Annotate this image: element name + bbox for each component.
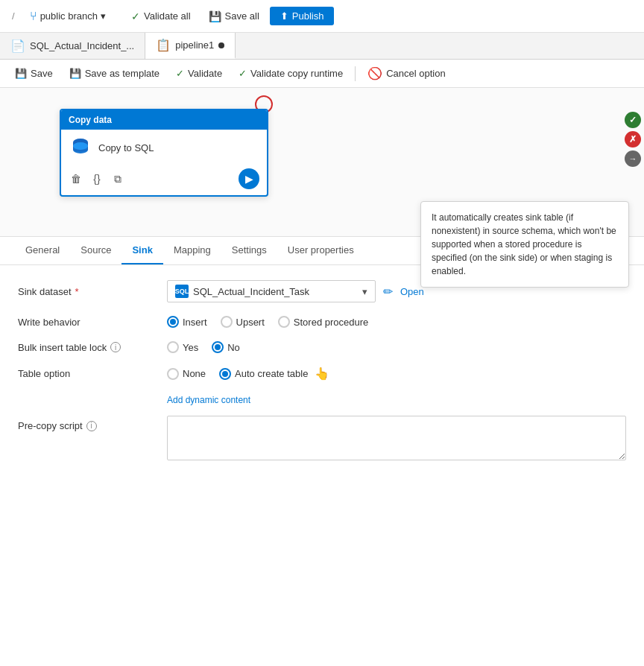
- pre-copy-script-row: Pre-copy script i: [18, 416, 626, 460]
- validate-copy-label: Validate copy runtime: [250, 68, 343, 79]
- write-behavior-control: Insert Upsert Stored procedure: [167, 316, 626, 328]
- table-option-control: None Auto create table 👆: [167, 367, 626, 381]
- validate-label: Validate: [188, 68, 222, 79]
- bulk-insert-no[interactable]: No: [212, 341, 240, 353]
- table-option-none[interactable]: None: [167, 368, 206, 380]
- cursor-indicator: 👆: [315, 367, 329, 381]
- activity-card[interactable]: Copy data Copy to SQL 🗑 {} ⧉ ▶: [60, 109, 268, 197]
- branch-icon: ⑂: [30, 10, 37, 23]
- save-template-icon: 💾: [69, 68, 81, 79]
- publish-button[interactable]: ⬆ Publish: [270, 7, 335, 25]
- activity-action-icons: 🗑 {} ⧉: [69, 171, 125, 186]
- branch-name: public branch: [40, 10, 98, 22]
- validate-button[interactable]: ✓ Validate: [168, 65, 230, 82]
- pipeline-tab-label: pipeline1: [175, 39, 214, 51]
- tab-settings[interactable]: Settings: [221, 237, 277, 264]
- pre-copy-info-icon[interactable]: i: [86, 421, 97, 431]
- arrow-indicator: →: [625, 150, 641, 167]
- save-label: Save: [31, 68, 53, 79]
- write-behavior-radio-group: Insert Upsert Stored procedure: [167, 316, 368, 328]
- sink-dataset-value: SQL_Actual_Incident_Task: [193, 286, 309, 297]
- cancel-label: Cancel option: [386, 68, 446, 79]
- save-all-button[interactable]: 💾 Save all: [201, 7, 267, 26]
- dropdown-arrow-icon: ▾: [362, 286, 367, 297]
- validate-all-label: Validate all: [144, 10, 191, 22]
- sql-dataset-icon: SQL: [175, 285, 189, 298]
- cancel-option-button[interactable]: 🚫 Cancel option: [360, 63, 453, 83]
- validate-all-icon: ✓: [131, 10, 140, 22]
- table-option-radio-group: None Auto create table 👆: [167, 367, 329, 381]
- upsert-radio[interactable]: [221, 316, 233, 328]
- tab-source[interactable]: Source: [70, 237, 121, 264]
- edit-dataset-icon[interactable]: ✏: [382, 283, 394, 300]
- insert-radio[interactable]: [167, 316, 179, 328]
- pipeline-tab[interactable]: 📋 pipeline1: [145, 33, 236, 59]
- activity-name: Copy to SQL: [98, 142, 154, 153]
- publish-label: Publish: [292, 10, 324, 22]
- activity-card-footer: 🗑 {} ⧉ ▶: [61, 165, 267, 195]
- sql-tab[interactable]: 📄 SQL_Actual_Incident_...: [0, 33, 145, 59]
- required-star: *: [75, 286, 79, 297]
- breadcrumb-slash: /: [12, 10, 15, 22]
- copy-to-sql-icon: [69, 136, 92, 159]
- write-behavior-label: Write behavior: [18, 317, 167, 328]
- activity-card-title: Copy data: [69, 115, 112, 125]
- save-all-label: Save all: [225, 10, 259, 22]
- pre-copy-script-control: [167, 416, 626, 460]
- write-behavior-upsert[interactable]: Upsert: [221, 316, 265, 328]
- validate-all-button[interactable]: ✓ Validate all: [124, 7, 198, 26]
- bulk-insert-info-icon[interactable]: i: [110, 342, 121, 352]
- table-option-auto-create[interactable]: Auto create table 👆: [219, 367, 329, 381]
- top-bar: / ⑂ public branch ▾ ✓ Validate all 💾 Sav…: [0, 0, 644, 33]
- tooltip-text: It automatically creates sink table (if …: [432, 212, 616, 276]
- table-option-label: Table option: [18, 368, 167, 379]
- toolbar-divider: [355, 66, 356, 81]
- auto-create-table-tooltip: It automatically creates sink table (if …: [420, 201, 629, 288]
- run-button[interactable]: ▶: [239, 168, 259, 189]
- no-radio[interactable]: [212, 341, 224, 353]
- validate-icon: ✓: [176, 68, 184, 79]
- validate-copy-runtime-button[interactable]: ✓ Validate copy runtime: [231, 65, 350, 82]
- copy-icon[interactable]: ⧉: [110, 171, 125, 186]
- delete-icon[interactable]: 🗑: [69, 171, 83, 186]
- activity-card-body: Copy to SQL: [61, 130, 267, 165]
- bulk-insert-yes[interactable]: Yes: [167, 341, 198, 353]
- open-dataset-link[interactable]: Open: [400, 286, 424, 297]
- save-as-template-label: Save as template: [85, 68, 160, 79]
- tab-general[interactable]: General: [15, 237, 70, 264]
- cancel-icon: 🚫: [367, 66, 382, 80]
- yes-radio[interactable]: [167, 341, 179, 353]
- tab-mapping[interactable]: Mapping: [163, 237, 221, 264]
- activity-card-header: Copy data: [61, 110, 267, 130]
- write-behavior-row: Write behavior Insert Upsert Stored proc…: [18, 316, 626, 328]
- save-all-icon: 💾: [209, 10, 221, 22]
- save-as-template-button[interactable]: 💾 Save as template: [62, 65, 167, 82]
- side-indicators: ✓ ✗ →: [622, 109, 644, 170]
- stored-procedure-radio[interactable]: [278, 316, 290, 328]
- pre-copy-script-label: Pre-copy script i: [18, 416, 167, 431]
- bulk-insert-control: Yes No: [167, 341, 626, 353]
- tab-user-properties[interactable]: User properties: [277, 237, 364, 264]
- success-indicator: ✓: [625, 112, 641, 128]
- branch-selector[interactable]: ⑂ public branch ▾: [24, 7, 112, 26]
- svg-point-3: [73, 142, 88, 150]
- save-button[interactable]: 💾 Save: [7, 65, 60, 82]
- pipeline-tab-icon: 📋: [156, 38, 171, 52]
- write-behavior-stored-procedure[interactable]: Stored procedure: [278, 316, 368, 328]
- add-dynamic-content-link[interactable]: Add dynamic content: [167, 395, 250, 405]
- sql-tab-icon: 📄: [10, 39, 25, 53]
- sql-tab-label: SQL_Actual_Incident_...: [30, 40, 134, 51]
- sink-dataset-dropdown[interactable]: SQL SQL_Actual_Incident_Task ▾: [167, 280, 376, 302]
- bulk-insert-radio-group: Yes No: [167, 341, 240, 353]
- bulk-insert-label: Bulk insert table lock i: [18, 342, 167, 353]
- tab-sink[interactable]: Sink: [121, 237, 162, 264]
- auto-create-radio[interactable]: [219, 368, 231, 380]
- none-radio[interactable]: [167, 368, 179, 380]
- code-icon[interactable]: {}: [89, 171, 104, 186]
- pipeline-modified-dot: [218, 42, 224, 48]
- save-icon: 💾: [15, 68, 27, 79]
- sink-dataset-label: Sink dataset *: [18, 286, 167, 297]
- top-bar-actions: ✓ Validate all 💾 Save all ⬆ Publish: [124, 7, 335, 26]
- pre-copy-script-textarea[interactable]: [167, 416, 626, 460]
- write-behavior-insert[interactable]: Insert: [167, 316, 207, 328]
